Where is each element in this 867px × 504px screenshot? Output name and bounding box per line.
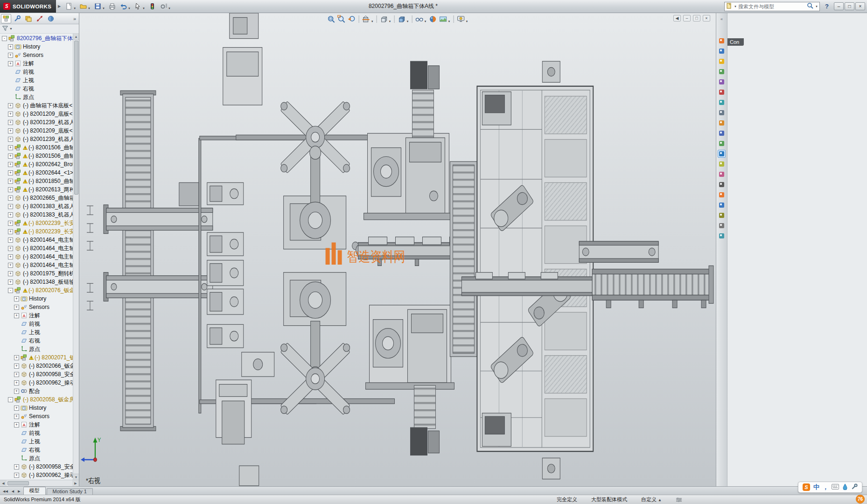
tree-item[interactable]: 上视 [0,76,73,84]
collapse-icon[interactable]: - [2,36,7,41]
tree-item[interactable]: +(-) 82000958_安全开关 [0,462,73,471]
dropdown-caret-icon[interactable]: ▼ [88,7,91,10]
expand-icon[interactable]: + [14,414,19,419]
featuremanager-tab[interactable] [1,14,11,23]
search-input[interactable] [738,4,805,9]
expand-icon[interactable]: + [8,238,13,243]
edit-appearance-button[interactable] [427,14,438,24]
tree-item[interactable]: +(-) 82000962_操动件 [0,471,73,479]
undo-button[interactable]: ▼ [118,2,132,11]
tree-item[interactable]: -(-) 82002076_钣金房组 [0,286,73,294]
taskpane-scenes-icon[interactable] [718,98,726,106]
keyboard-icon[interactable] [832,484,839,491]
view-orientation-button[interactable]: ▼ [379,14,392,24]
tree-item[interactable]: +A注解 [0,311,73,320]
dropdown-caret-icon[interactable]: ▼ [128,7,131,10]
expand-icon[interactable]: + [8,61,13,66]
expand-icon[interactable]: + [8,145,13,150]
section-view-button[interactable]: ▼ [361,14,375,24]
expand-icon[interactable]: + [14,296,19,301]
expand-icon[interactable]: + [8,128,13,133]
tree-item[interactable]: +(-) 82001209_底板<1> (固 [0,110,73,118]
app-minimize-button[interactable]: – [834,2,844,10]
taskpane-forum-icon[interactable] [718,129,726,137]
expand-icon[interactable]: + [8,221,13,226]
tree-item[interactable]: +(-) 82002239_长安曲轴 [0,219,73,227]
punctuation-icon[interactable]: ， [823,483,828,491]
pane-collapse-button[interactable]: ◀ [673,15,681,21]
dimxpertmanager-tab[interactable] [35,14,45,23]
taskpane-resources-icon[interactable] [718,37,726,45]
tree-item[interactable]: +(-) 82002613_两种框架 [0,185,73,194]
tree-item[interactable]: +(-) 82001506_曲轴箱下 [0,143,73,152]
doc-minimize-button[interactable]: – [683,15,691,21]
task-pane-header[interactable]: Con [727,38,744,46]
tree-item[interactable]: +(-) 82002644_<1> (默 [0,168,73,177]
tree-item[interactable]: +配合 [0,387,73,395]
expand-icon[interactable]: + [8,44,13,49]
expand-icon[interactable]: + [8,120,13,125]
assembly-drawing[interactable]: 智造资料网 Y Z *右视 [79,13,716,486]
expand-icon[interactable]: + [14,389,19,394]
expand-icon[interactable]: + [8,246,13,251]
tree-item[interactable]: +(-) 82001239_机器人管线 [0,135,73,143]
machining-center-bottom[interactable] [366,305,454,389]
menu-expand-icon[interactable]: ▶ [58,4,61,8]
tree-item[interactable]: 原点 [0,345,73,353]
exit-conveyor-upper[interactable] [579,241,658,262]
tree-item[interactable]: +(-) 82002066_钣金房 [0,362,73,370]
save-button[interactable]: ▼ [92,2,106,11]
dropdown-caret-icon[interactable]: ▼ [73,7,76,10]
tree-item[interactable]: 右视 [0,446,73,454]
panel-tabs-more-icon[interactable]: » [73,16,78,21]
expand-icon[interactable]: + [14,473,19,478]
dropdown-caret-icon[interactable]: ▼ [168,7,171,10]
search-scope-caret-icon[interactable]: ▼ [734,5,737,8]
taskpane-measure-icon[interactable] [718,160,726,168]
expand-icon[interactable]: + [14,364,19,369]
expand-icon[interactable]: + [8,263,13,268]
dropdown-caret-icon[interactable]: ▼ [447,20,450,23]
tree-item[interactable]: 前视 [0,429,73,437]
filter-icon[interactable] [2,25,8,33]
expand-icon[interactable]: + [8,254,13,259]
scroll-thumb-horizontal[interactable] [7,481,29,485]
toolbox-icon[interactable] [851,483,858,491]
tree-item[interactable]: +(-) 82001209_底板<2> (固 [0,126,73,135]
tree-item[interactable]: 原点 [0,454,73,462]
scroll-right-icon[interactable]: ▶ [72,480,79,486]
elevator-conveyor-bottom[interactable] [410,385,439,455]
tree-item[interactable]: +(-) 82002071_钣金 [0,353,73,362]
expand-icon[interactable]: + [14,355,19,360]
taskpane-help-icon[interactable] [718,191,726,199]
expand-icon[interactable]: + [8,137,13,142]
scroll-up-icon[interactable]: ▲ [73,34,79,40]
expand-icon[interactable]: + [8,53,13,58]
displaymanager-tab[interactable] [46,14,56,23]
tree-item[interactable]: +(-) 82001383_机器人管线 [0,202,73,210]
select-button[interactable]: ▼ [133,2,147,11]
taskpane-markup-icon[interactable] [718,170,726,178]
tab-nav-arrow-icon[interactable]: ▶ [16,490,22,495]
taskpane-toolbox-icon[interactable] [718,140,726,147]
display-style-button[interactable]: ▼ [397,14,410,24]
tree-item[interactable]: -(-) 82002058_钣金房 [0,395,73,404]
expand-icon[interactable]: + [8,212,13,217]
chinese-mode-icon[interactable]: 中 [813,483,819,491]
configurationmanager-tab[interactable] [23,14,34,23]
taskpane-cloud-icon[interactable] [718,211,726,219]
tree-vertical-scrollbar[interactable]: ▲ ▼ [73,34,79,480]
tab-nav-arrow-icon[interactable]: ◀◀ [1,490,10,495]
dropdown-caret-icon[interactable]: ▼ [371,20,374,23]
tree-item[interactable]: +Sensors [0,412,73,420]
control-cabinet[interactable] [179,182,199,206]
propertymanager-tab[interactable] [12,14,22,23]
tree-item[interactable]: +A注解 [0,420,73,429]
zoom-area-button[interactable] [336,14,347,24]
expand-icon[interactable]: + [8,112,13,117]
tree-item[interactable]: +Sensors [0,303,73,311]
expand-icon[interactable]: + [8,170,13,175]
graphics-area[interactable]: 智造资料网 Y Z *右视 ▼▼▼▼▼▼ ◀–□× [79,13,716,486]
tree-item[interactable]: +(-) 82002642_Brother [0,160,73,168]
expand-icon[interactable]: + [8,280,13,285]
